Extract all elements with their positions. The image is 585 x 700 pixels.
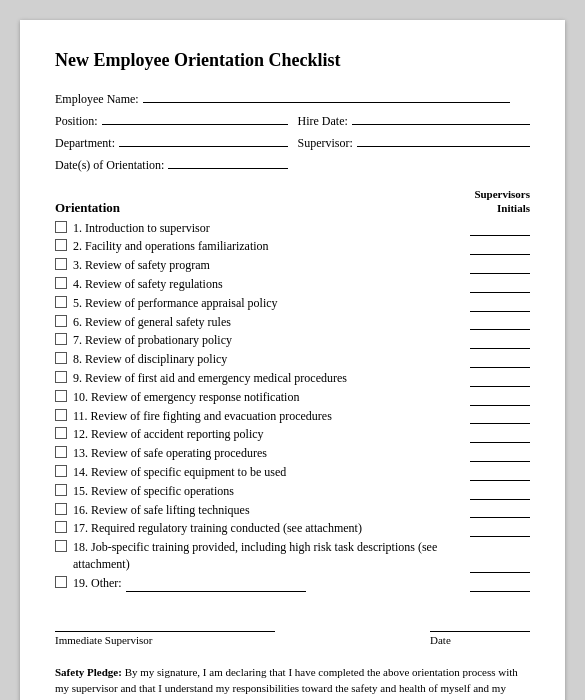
supervisor-label: Supervisor: <box>298 136 353 151</box>
supervisor-field[interactable] <box>357 133 530 147</box>
initials-line[interactable] <box>470 578 530 592</box>
checkbox[interactable] <box>55 221 67 233</box>
department-field[interactable] <box>119 133 288 147</box>
checklist-item: 14.Review of specific equipment to be us… <box>55 464 530 481</box>
employee-name-field[interactable] <box>143 89 510 103</box>
initials-line[interactable] <box>470 392 530 406</box>
safety-pledge-label: Safety Pledge: <box>55 666 122 678</box>
item-number: 13. <box>73 446 88 460</box>
position-field[interactable] <box>102 111 288 125</box>
item-text: 4.Review of safety regulations <box>73 276 462 293</box>
initials-line[interactable] <box>470 354 530 368</box>
item-label: Review of fire fighting and evacuation p… <box>91 409 332 423</box>
item-number: 17. <box>73 521 88 535</box>
checkbox[interactable] <box>55 277 67 289</box>
checklist-item: 5.Review of performance appraisal policy <box>55 295 530 312</box>
checklist-item: 15.Review of specific operations <box>55 483 530 500</box>
initials-line[interactable] <box>470 241 530 255</box>
checkbox[interactable] <box>55 540 67 552</box>
item-text: 5.Review of performance appraisal policy <box>73 295 462 312</box>
item-text: 6.Review of general safety rules <box>73 314 462 331</box>
checkbox[interactable] <box>55 371 67 383</box>
checkbox[interactable] <box>55 427 67 439</box>
signature-area: Immediate Supervisor Date <box>55 614 530 646</box>
item-number: 2. <box>73 239 82 253</box>
item-number: 5. <box>73 296 82 310</box>
initials-line[interactable] <box>470 448 530 462</box>
initials-line[interactable] <box>470 260 530 274</box>
checkbox[interactable] <box>55 315 67 327</box>
page-title: New Employee Orientation Checklist <box>55 50 530 71</box>
dates-label: Date(s) of Orientation: <box>55 158 164 173</box>
safety-pledge: Safety Pledge: By my signature, I am dec… <box>55 664 530 700</box>
item-label: Review of safe lifting techniques <box>91 503 250 517</box>
checkbox[interactable] <box>55 390 67 402</box>
checkbox[interactable] <box>55 333 67 345</box>
checkbox[interactable] <box>55 239 67 251</box>
item-label: Review of general safety rules <box>85 315 231 329</box>
supervisor-sig-line[interactable] <box>55 614 275 632</box>
initials-line[interactable] <box>470 523 530 537</box>
item-text: 11.Review of fire fighting and evacuatio… <box>73 408 462 425</box>
item-number: 14. <box>73 465 88 479</box>
checkbox[interactable] <box>55 258 67 270</box>
checklist-item: 7.Review of probationary policy <box>55 332 530 349</box>
checkbox[interactable] <box>55 521 67 533</box>
checklist-item: 4.Review of safety regulations <box>55 276 530 293</box>
initials-line[interactable] <box>470 429 530 443</box>
initials-line[interactable] <box>470 486 530 500</box>
checklist-item: 1.Introduction to supervisor <box>55 220 530 237</box>
item-number: 12. <box>73 427 88 441</box>
checklist-item: 3.Review of safety program <box>55 257 530 274</box>
other-field[interactable] <box>126 579 306 592</box>
dates-field[interactable] <box>168 155 288 169</box>
item-label: Review of specific equipment to be used <box>91 465 286 479</box>
checkbox[interactable] <box>55 409 67 421</box>
checkbox[interactable] <box>55 503 67 515</box>
item-number: 1. <box>73 221 82 235</box>
checkbox[interactable] <box>55 484 67 496</box>
item-label: Review of probationary policy <box>85 333 232 347</box>
date-sig-line[interactable] <box>430 614 530 632</box>
initials-line[interactable] <box>470 467 530 481</box>
item-label: Review of first aid and emergency medica… <box>85 371 347 385</box>
safety-pledge-text: By my signature, I am declaring that I h… <box>55 666 518 700</box>
item-label: Review of disciplinary policy <box>85 352 227 366</box>
item-number: 7. <box>73 333 82 347</box>
item-label: Introduction to supervisor <box>85 221 210 235</box>
checklist-item: 2.Facility and operations familiarizatio… <box>55 238 530 255</box>
item-label: Review of safe operating procedures <box>91 446 267 460</box>
item-text: 7.Review of probationary policy <box>73 332 462 349</box>
initials-line[interactable] <box>470 316 530 330</box>
checkbox[interactable] <box>55 352 67 364</box>
item-label: Required regulatory training conducted (… <box>91 521 362 535</box>
item-number: 11. <box>73 409 88 423</box>
initials-line[interactable] <box>470 222 530 236</box>
initials-line[interactable] <box>470 298 530 312</box>
initials-line[interactable] <box>470 335 530 349</box>
item-text: 3.Review of safety program <box>73 257 462 274</box>
item-label: Facility and operations familiarization <box>85 239 269 253</box>
supervisor-group: Supervisor: <box>298 133 531 151</box>
initials-line[interactable] <box>470 410 530 424</box>
checklist-item: 12.Review of accident reporting policy <box>55 426 530 443</box>
item-text: 14.Review of specific equipment to be us… <box>73 464 462 481</box>
initials-line[interactable] <box>470 373 530 387</box>
item-text: 18.Job-specific training provided, inclu… <box>73 539 462 573</box>
item-number: 6. <box>73 315 82 329</box>
position-hiredate-row: Position: Hire Date: <box>55 111 530 129</box>
item-text: 16.Review of safe lifting techniques <box>73 502 462 519</box>
checkbox[interactable] <box>55 446 67 458</box>
item-text: 10.Review of emergency response notifica… <box>73 389 462 406</box>
initials-line[interactable] <box>470 559 530 573</box>
position-label: Position: <box>55 114 98 129</box>
hiredate-group: Hire Date: <box>298 111 531 129</box>
hire-date-field[interactable] <box>352 111 530 125</box>
checklist-item: 9.Review of first aid and emergency medi… <box>55 370 530 387</box>
initials-line[interactable] <box>470 279 530 293</box>
checkbox[interactable] <box>55 465 67 477</box>
checkbox[interactable] <box>55 296 67 308</box>
checkbox[interactable] <box>55 576 67 588</box>
initials-line[interactable] <box>470 504 530 518</box>
supervisors-initials-header: Supervisors Initials <box>474 187 530 216</box>
